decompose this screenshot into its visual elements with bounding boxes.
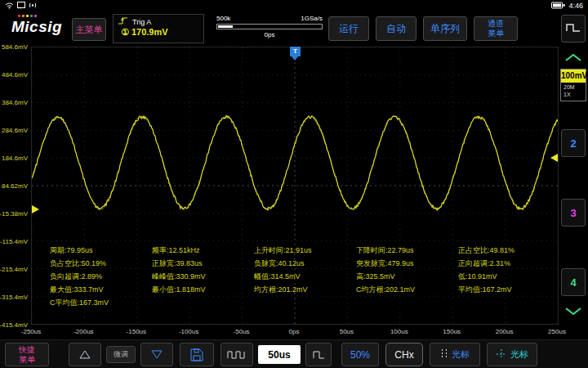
clock: 4:46 [568, 2, 583, 10]
time-label: 50us [326, 328, 367, 335]
triangle-down-icon [150, 349, 163, 360]
nudge-up-button[interactable] [69, 343, 101, 366]
trigger-level-value: 170.9mV [131, 27, 168, 37]
memory-depth: 500k [216, 15, 230, 22]
channel-4-button[interactable]: 4 [561, 268, 586, 296]
channel-3-button[interactable]: 3 [561, 199, 586, 227]
channel-select-button[interactable]: CHx [385, 343, 423, 366]
cursor-button-2[interactable]: 光标 [487, 343, 537, 366]
trigger-channel-badge: ① [121, 27, 129, 37]
time-label: 100us [379, 328, 420, 335]
save-button[interactable] [180, 343, 214, 366]
triangle-up-icon [78, 349, 91, 360]
voltage-label: -15.38mV [0, 210, 28, 218]
trigger-edge-icon [118, 16, 128, 27]
voltage-label: 384.6mV [2, 99, 28, 106]
header-button-4[interactable]: 通道菜单 [474, 16, 518, 41]
ch1-ground-marker[interactable] [32, 205, 39, 213]
quick-menu-button[interactable]: 快捷菜单 [5, 343, 49, 366]
measurement-value: 负占空比:50.19% [50, 258, 151, 269]
right-sidebar: 100mV 20M 1X 2 3 4 [559, 11, 588, 339]
timebase-expand-button[interactable] [220, 343, 253, 366]
measurement-value: 幅值:314.5mV [254, 272, 355, 282]
time-label: -50us [221, 328, 262, 335]
time-label: 150us [431, 328, 472, 335]
trigger-level-marker[interactable] [550, 154, 558, 162]
measurement-value: 最小值:1.818mV [152, 285, 253, 295]
trigger-panel[interactable]: Trig A ① 170.9mV [113, 14, 204, 43]
sample-rate: 1GSa/s [301, 15, 323, 22]
horizontal-position: 0ps [214, 30, 325, 38]
measurement-value: 负脉宽:40.12us [254, 258, 355, 269]
graticule[interactable]: T 周期:79.95us频率:12.51kHz上升时间:21.91us下降时间:… [31, 47, 559, 325]
trigger-source-label: Trig A [132, 18, 151, 26]
cursor-lines-icon [440, 348, 448, 361]
battery-icon [551, 2, 565, 11]
header-button-3[interactable]: 单序列 [423, 16, 467, 41]
toolbar: 快捷菜单 微调 50us 50% CHx 光标 光标 [0, 339, 588, 368]
time-label: -200us [63, 328, 104, 335]
measurements-overlay: 周期:79.95us频率:12.51kHz上升时间:21.91us下降时间:22… [50, 245, 556, 319]
trigger-mode-button[interactable] [561, 15, 586, 43]
measurement-value: 负向超调:2.89% [50, 272, 151, 282]
memory-window-indicator [218, 25, 233, 28]
measurement-value: 高:325.5mV [356, 272, 457, 282]
fifty-percent-button[interactable]: 50% [341, 343, 379, 366]
fine-tune-button[interactable]: 微调 [106, 346, 136, 363]
chevron-up-icon[interactable] [564, 51, 582, 65]
single-pulse-icon [313, 350, 325, 360]
cursor2-label: 光标 [510, 348, 528, 361]
memory-bar[interactable] [216, 24, 323, 29]
voltage-label: 84.62mV [2, 182, 28, 190]
measurement-value: 均方根:201.2mV [254, 285, 355, 295]
memory-panel[interactable]: 500k 1GSa/s 0ps [214, 14, 325, 43]
voltage-label: 184.6mV [2, 155, 28, 162]
main-menu-button[interactable]: 主菜单 [72, 18, 106, 41]
time-label: 0ps [274, 328, 314, 335]
ch1-probe: 1X [564, 92, 571, 97]
ch1-bandwidth: 20M [564, 84, 575, 90]
measurement-value: 突发脉宽:479.9us [356, 258, 457, 269]
header-button-1[interactable]: 运行 [328, 16, 369, 41]
voltage-label: 284.6mV [2, 127, 28, 134]
cursor1-label: 光标 [452, 348, 470, 361]
timebase-display[interactable]: 50us [258, 345, 301, 364]
voltage-label: -215.4mV [0, 266, 28, 273]
voltage-label: -315.4mV [0, 294, 28, 301]
measurement-value: 正脉宽:39.83us [152, 258, 253, 269]
double-pulse-icon [227, 350, 247, 360]
channel-2-button[interactable]: 2 [561, 129, 586, 157]
measurement-value: C平均值:167.3mV [50, 298, 151, 308]
cursor-button-1[interactable]: 光标 [430, 343, 480, 366]
voltage-axis: 584.6mV484.6mV384.6mV284.6mV184.6mV84.62… [0, 0, 29, 368]
time-label: -250us [11, 328, 51, 335]
measurement-value: 下降时间:22.79us [356, 245, 457, 256]
measurement-value: 低:10.91mV [458, 272, 559, 282]
voltage-label: 584.6mV [2, 43, 28, 51]
measurement-value: 正向超调:2.31% [458, 258, 559, 269]
time-label: -100us [168, 328, 209, 335]
ch1-scale-value: 100mV [561, 70, 586, 83]
nudge-down-button[interactable] [140, 343, 173, 366]
time-axis: -250us-200us-150us-100us-50us0ps50us100u… [0, 326, 559, 339]
measurement-value: 最大值:333.7mV [50, 285, 151, 295]
header-button-2[interactable]: 自动 [376, 16, 416, 41]
measurement-value: 正占空比:49.81% [458, 245, 559, 256]
voltage-label: 484.6mV [2, 71, 28, 79]
chevron-down-icon[interactable] [564, 304, 582, 319]
hotspot-icon [29, 2, 37, 11]
trigger-position-marker[interactable]: T [290, 47, 301, 56]
measurement-value: C均方根:202.1mV [356, 285, 457, 295]
channel-1-button[interactable]: 100mV 20M 1X [560, 69, 586, 101]
measurement-value: 峰峰值:330.9mV [152, 272, 253, 282]
measurement-value: 频率:12.51kHz [152, 245, 253, 256]
measurement-value: 上升时间:21.91us [254, 245, 355, 256]
timebase-compress-button[interactable] [305, 343, 332, 366]
time-label: 200us [484, 328, 525, 335]
cursor-cross-icon [496, 348, 507, 361]
header: Micsig 主菜单 Trig A ① 170.9mV 500k 1GSa/s … [0, 11, 559, 46]
measurement-value: 周期:79.95us [50, 245, 151, 256]
save-icon [190, 348, 203, 361]
status-bar: 4:46 [0, 0, 588, 11]
pulse-icon [566, 23, 581, 35]
